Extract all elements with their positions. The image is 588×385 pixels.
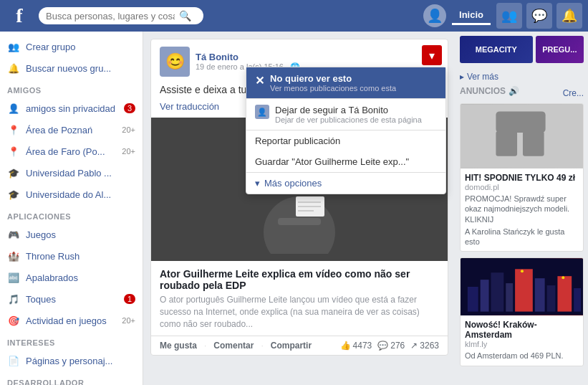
amigos-icon: 👤 bbox=[7, 102, 20, 115]
comment-button[interactable]: Comentar bbox=[213, 341, 254, 351]
dropdown-hide-text: No quiero ver esto Ver menos publicacion… bbox=[270, 73, 396, 92]
anuncios-label: ANUNCIOS bbox=[460, 86, 506, 96]
hide-sub-text: Ver menos publicaciones como esta bbox=[270, 84, 396, 92]
sidebar-item-faro[interactable]: 📍 Área de Faro (Po... 20+ bbox=[0, 141, 143, 162]
ad-pants-text: PROMOCJA! Sprawdź super okaz najmodniejs… bbox=[465, 194, 579, 224]
unfollow-sub: Dejar de ver publicaciones de esta págin… bbox=[275, 115, 437, 124]
sidebar-item-paginas[interactable]: 📄 Páginas y personaj... bbox=[0, 350, 143, 371]
ver-mas-link[interactable]: ▸ Ver más bbox=[460, 72, 584, 82]
svg-point-22 bbox=[521, 270, 524, 273]
svg-rect-9 bbox=[496, 111, 545, 133]
sidebar-item-actividad-juegos[interactable]: 🎯 Actividad en juegos 20+ bbox=[0, 310, 143, 331]
pants-svg bbox=[461, 104, 583, 168]
messages-icon-btn[interactable]: 💬 bbox=[526, 3, 552, 29]
university-icon: 🎓 bbox=[7, 166, 20, 179]
top-navigation: f 🔍 👤 Inicio 👥 💬 🔔 bbox=[0, 0, 588, 32]
post-card: 😊 Tá Bonito 19 de enero a la(s) 15:16 · … bbox=[150, 39, 448, 356]
dropdown-item-save[interactable]: Guardar "Ator Guilherme Leite exp..." bbox=[246, 151, 445, 172]
count: 20+ bbox=[122, 147, 135, 156]
section-desarrollador: DESARROLLADOR bbox=[0, 371, 143, 385]
right-sidebar: MEGACITY PREGU... ▸ Ver más ANUNCIOS 🔊 C… bbox=[456, 32, 588, 385]
footer-sep1: · bbox=[204, 341, 206, 351]
sidebar-item-poznan[interactable]: 📍 Área de Poznań 20+ bbox=[0, 119, 143, 141]
sidebar-item-label: Páginas y personaj... bbox=[26, 356, 112, 366]
post-footer: Me gusta · Comentar · Compartir 👍 4473 💬… bbox=[151, 336, 448, 355]
nav-icon-group: 👥 💬 🔔 bbox=[496, 3, 582, 29]
badge: 3 bbox=[124, 103, 135, 113]
likes-count: 👍 4473 bbox=[340, 341, 372, 351]
friends-icon-btn[interactable]: 👥 bbox=[496, 3, 522, 29]
sidebar-item-label: Buscar nuevos gru... bbox=[26, 63, 111, 74]
comments-number: 276 bbox=[390, 341, 405, 351]
juegos-icon: 🎮 bbox=[7, 228, 20, 241]
sidebar-item-apalabrados[interactable]: 🔤 Apalabrados bbox=[0, 267, 143, 288]
sidebar-item-universidade[interactable]: 🎓 Universidade do Al... bbox=[0, 184, 143, 205]
avatar[interactable]: 👤 bbox=[423, 4, 446, 27]
unfollow-text: Dejar de seguir a Tá Bonito Dejar de ver… bbox=[275, 105, 437, 124]
like-button[interactable]: Me gusta bbox=[160, 341, 197, 351]
hide-main-text: No quiero ver esto bbox=[270, 73, 396, 84]
svg-rect-20 bbox=[557, 277, 572, 312]
search-bar[interactable]: 🔍 bbox=[39, 7, 203, 24]
footer-sep2: · bbox=[261, 341, 263, 351]
ad-krakow[interactable]: Nowość! Kraków-Amsterdam klmf.ly Od Amst… bbox=[460, 257, 584, 366]
left-sidebar: 👥 Crear grupo 🔔 Buscar nuevos gru... AMI… bbox=[0, 32, 143, 385]
sidebar-item-label: Apalabrados bbox=[26, 272, 78, 283]
section-amigos: AMIGOS bbox=[0, 79, 143, 98]
sidebar-item-label: Juegos bbox=[26, 229, 56, 240]
search-icon: 🔍 bbox=[179, 10, 191, 22]
shares-count: ↗ 3263 bbox=[410, 341, 439, 351]
dropdown-item-more[interactable]: ▾ Más opciones bbox=[246, 173, 445, 194]
svg-rect-15 bbox=[491, 273, 504, 312]
share-icon: ↗ bbox=[410, 341, 418, 351]
post-menu-button[interactable]: ▾ bbox=[422, 45, 442, 65]
share-button[interactable]: Compartir bbox=[271, 341, 312, 351]
main-layout: 👥 Crear grupo 🔔 Buscar nuevos gru... AMI… bbox=[0, 32, 588, 385]
sidebar-item-find-groups[interactable]: 🔔 Buscar nuevos gru... bbox=[0, 57, 143, 79]
notifications-icon-btn[interactable]: 🔔 bbox=[556, 3, 582, 29]
sidebar-item-label: Actividad en juegos bbox=[26, 315, 107, 326]
post-header: 😊 Tá Bonito 19 de enero a la(s) 15:16 · … bbox=[151, 39, 448, 81]
sidebar-item-create-group[interactable]: 👥 Crear grupo bbox=[0, 36, 143, 57]
ad-pants-likes: A Karolina Stańczyk le gusta esto bbox=[465, 227, 579, 247]
ad-krakow-title: Nowość! Kraków-Amsterdam bbox=[465, 320, 579, 340]
ad-pants[interactable]: HIT! SPODNIE TYLKO 49 zł domodi.pl PROMO… bbox=[460, 103, 584, 252]
main-feed: 😊 Tá Bonito 19 de enero a la(s) 15:16 · … bbox=[143, 32, 456, 385]
sidebar-item-juegos[interactable]: 🎮 Juegos bbox=[0, 224, 143, 245]
dropdown-item-hide[interactable]: ✕ No quiero ver esto Ver menos publicaci… bbox=[246, 67, 445, 98]
paginas-icon: 📄 bbox=[7, 354, 20, 367]
like-icon: 👍 bbox=[340, 341, 351, 351]
search-input[interactable] bbox=[46, 11, 175, 22]
megacity-promo-banner[interactable]: MEGACITY bbox=[460, 36, 533, 63]
svg-rect-18 bbox=[535, 279, 545, 312]
university-icon: 🎓 bbox=[7, 188, 20, 201]
toques-icon: 🎵 bbox=[7, 293, 20, 305]
find-groups-icon: 🔔 bbox=[7, 62, 20, 75]
crear-ad-link[interactable]: Cre... bbox=[563, 88, 584, 98]
svg-rect-19 bbox=[547, 286, 556, 313]
dropdown-item-unfollow[interactable]: 👤 Dejar de seguir a Tá Bonito Dejar de v… bbox=[246, 99, 445, 130]
megacity-text: MEGACITY bbox=[476, 45, 517, 54]
dropdown-item-report[interactable]: Reportar publicación bbox=[246, 130, 445, 151]
sidebar-item-amigos-sin-privacidad[interactable]: 👤 amigos sin privacidad 3 bbox=[0, 98, 143, 119]
pregu-promo-banner[interactable]: PREGU... bbox=[536, 36, 584, 63]
count: 20+ bbox=[122, 316, 135, 325]
svg-rect-14 bbox=[481, 280, 489, 312]
unfollow-icon: 👤 bbox=[255, 105, 269, 119]
sidebar-item-throne-rush[interactable]: 🏰 Throne Rush bbox=[0, 245, 143, 267]
anuncios-title: ANUNCIOS 🔊 bbox=[460, 86, 519, 96]
svg-rect-10 bbox=[496, 131, 517, 156]
home-nav[interactable]: Inicio bbox=[452, 6, 491, 25]
ad-krakow-domain: klmf.ly bbox=[465, 340, 579, 348]
sidebar-item-universidad-pablo[interactable]: 🎓 Universidad Pablo ... bbox=[0, 162, 143, 184]
svg-rect-11 bbox=[523, 131, 544, 156]
footer-stats: 👍 4473 💬 276 ↗ 3263 bbox=[340, 341, 439, 351]
ad-pants-domain: domodi.pl bbox=[465, 183, 579, 191]
sidebar-item-toques[interactable]: 🎵 Toques 1 bbox=[0, 288, 143, 310]
comment-icon: 💬 bbox=[377, 341, 388, 351]
expand-icon: ▸ bbox=[460, 72, 464, 82]
apalabrados-icon: 🔤 bbox=[7, 271, 20, 284]
sidebar-item-label: Universidade do Al... bbox=[26, 189, 111, 200]
ad-pants-title: HIT! SPODNIE TYLKO 49 zł bbox=[465, 173, 579, 183]
ad-krakow-body: Nowość! Kraków-Amsterdam klmf.ly Od Amst… bbox=[461, 315, 583, 365]
